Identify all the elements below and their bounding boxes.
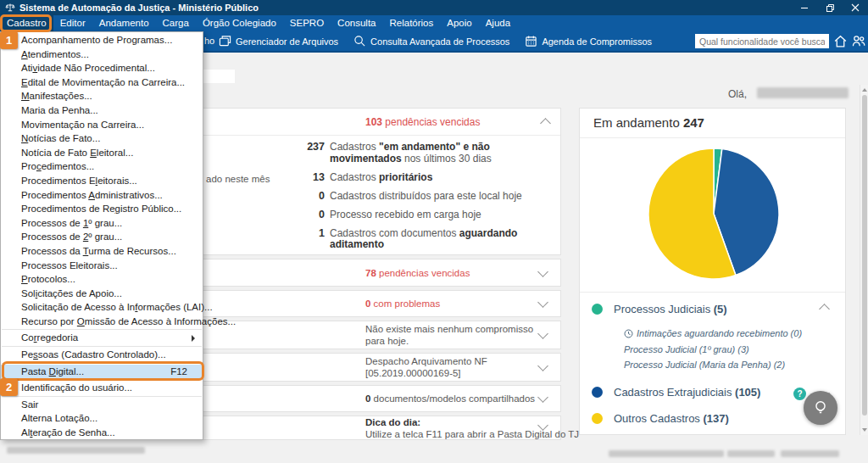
clock-icon: [624, 329, 633, 338]
menu-item-maria-da-penha[interactable]: Maria da Penha...: [1, 103, 203, 118]
partial-text-fragment: ado neste mês: [206, 174, 270, 184]
menu-item-movimentacao-na-carreira[interactable]: Movimentação na Carreira...: [1, 118, 203, 132]
menu-item-alteracao-de-senha[interactable]: Alteração de Senha...: [1, 426, 203, 440]
menu-item-recurso-por-omissao-de-acesso-a-informacoes[interactable]: Recurso por Omissão de Acesso à Informaç…: [1, 315, 203, 329]
row-text: Dica do dia: Utilize a telca F11 para ab…: [365, 416, 581, 440]
toolbar-item-partial[interactable]: ho: [204, 31, 214, 51]
legend-label: Outros Cadastros (137): [614, 412, 729, 425]
menu-item-noticia-de-fato-eleitoral[interactable]: Notícia de Fato Eleitoral...: [1, 146, 203, 160]
menu-item-procedimentos[interactable]: Procedimentos...: [1, 159, 203, 174]
menu-item-solicitacao-de-acesso-a-informacoes-lai[interactable]: Solicitação de Acesso à Informações (LAI…: [1, 300, 203, 315]
menubar-item-sepro[interactable]: SEPRO: [283, 15, 331, 31]
card-em-andamento: Em andamento 247 Processos Judiciais (5)…: [579, 108, 846, 435]
menu-item-processos-de-2-grau[interactable]: Processos de 2º grau...: [1, 230, 203, 244]
row-text: 78 pendências vencidas: [365, 267, 470, 279]
pendencias-vencidas-103: 103 pendências vencidas: [365, 116, 480, 128]
row-text: 0 com problemas: [365, 298, 440, 310]
chevron-up-icon[interactable]: [819, 304, 830, 315]
minimize-button[interactable]: [792, 0, 817, 15]
menu-bar: CadastroEditorAndamentoCargaÓrgão Colegi…: [0, 15, 868, 31]
menu-item-atendimentos[interactable]: Atendimentos...: [1, 47, 203, 62]
scrollbar[interactable]: [860, 85, 868, 435]
toolbar-button-consulta-avancada[interactable]: Consulta Avançada de Processos: [353, 35, 509, 47]
pendency-item: 0Cadastros distribuídos para este local …: [296, 191, 550, 203]
search-input[interactable]: [695, 34, 829, 48]
file-manager-icon: [219, 35, 231, 47]
menubar-item-relatorios[interactable]: Relatórios: [382, 15, 440, 31]
status-bar: [0, 441, 868, 463]
scroll-down-icon[interactable]: [862, 428, 867, 432]
pendency-count: 1: [296, 228, 325, 240]
menu-item-corregedoria[interactable]: Corregedoria: [1, 331, 203, 345]
legend-item-processos-judiciais[interactable]: Processos Judiciais (5): [592, 299, 835, 318]
toolbar-button-label: Gerenciador de Arquivos: [236, 36, 338, 47]
app-window: Sistema de Automação da Justiça - Minist…: [0, 0, 868, 463]
scroll-up-icon[interactable]: [862, 88, 867, 92]
scrollbar-thumb[interactable]: [862, 95, 867, 416]
legend-item-outros-cadastros[interactable]: Outros Cadastros (137): [592, 410, 835, 428]
menu-item-identificacao-do-usuario[interactable]: Identificação do usuário...: [1, 381, 203, 395]
menu-item-procedimentos-administrativos[interactable]: Procedimentos Administrativos...: [1, 188, 203, 203]
title-bar: Sistema de Automação da Justiça - Minist…: [0, 0, 868, 15]
lightbulb-fab[interactable]: [804, 391, 837, 425]
pendency-item: 13Cadastros prioritários: [296, 172, 550, 184]
pendency-item: 237Cadastros "em andamento" e não movime…: [296, 142, 550, 165]
menu-item-noticias-de-fato[interactable]: Notícias de Fato...: [1, 131, 203, 146]
legend-dot: [592, 413, 603, 424]
restore-button[interactable]: [817, 0, 843, 15]
legend-dot: [592, 387, 603, 398]
partial-control[interactable]: [203, 70, 235, 83]
help-icon[interactable]: ?: [793, 388, 806, 400]
pendency-count: 0: [296, 191, 325, 203]
home-icon[interactable]: [833, 34, 848, 48]
window-title: Sistema de Automação da Justiça - Minist…: [19, 3, 259, 13]
users-icon[interactable]: [851, 34, 866, 48]
window-controls: [792, 0, 868, 15]
pendency-list: 237Cadastros "em andamento" e não movime…: [296, 142, 550, 258]
legend-subitem: Intimações aguardando recebimento (0): [624, 326, 835, 342]
redacted-text: [7, 447, 145, 454]
menu-item-sair[interactable]: Sair: [1, 398, 203, 412]
advanced-search-icon: [353, 35, 366, 47]
chevron-down-icon[interactable]: [537, 266, 548, 277]
menu-item-processos-eleitorais[interactable]: Processos Eleitorais...: [1, 259, 203, 273]
menu-item-processos-da-turma-de-recursos[interactable]: Processos da Turma de Recursos...: [1, 244, 203, 259]
menubar-item-orgao-colegiado[interactable]: Órgão Colegiado: [196, 15, 283, 31]
legend-label: Processos Judiciais (5): [614, 303, 727, 315]
menu-item-atividade-nao-procedimental[interactable]: Atividade Não Procedimental...: [1, 61, 203, 75]
menu-item-solicitacoes-de-apoio[interactable]: Solicitações de Apoio...: [1, 287, 203, 301]
annotation-step-2: 2: [0, 378, 18, 396]
menu-item-edital-de-movimentacao-na-carreira[interactable]: Edital de Movimentação na Carreira...: [1, 75, 203, 90]
toolbar-button-label: Agenda de Compromissos: [542, 36, 652, 47]
menubar-item-editor[interactable]: Editor: [53, 15, 92, 31]
menu-item-procedimentos-de-registro-publico[interactable]: Procedimentos de Registro Público...: [1, 202, 203, 216]
menu-separator: [2, 329, 202, 330]
menu-item-pessoas-cadastro-controlado[interactable]: Pessoas (Cadastro Controlado)...: [1, 348, 203, 362]
calendar-icon: [525, 35, 537, 47]
menu-item-manifestacoes[interactable]: Manifestações...: [1, 89, 203, 103]
close-button[interactable]: [843, 0, 868, 15]
menubar-item-andamento[interactable]: Andamento: [92, 15, 156, 31]
pendency-label: Cadastros com documentos aguardando adit…: [330, 228, 543, 251]
lightbulb-icon: [811, 399, 830, 417]
row-text: Não existe mais nenhum compromisso para …: [365, 323, 545, 347]
pendency-label: Cadastros prioritários: [330, 172, 543, 184]
menu-item-alterna-lotacao[interactable]: Alterna Lotação...: [1, 411, 203, 426]
toolbar-button-gerenciador-de-arquivos[interactable]: Gerenciador de Arquivos: [219, 35, 338, 47]
justice-app-icon: [5, 3, 15, 13]
menubar-item-apoio[interactable]: Apoio: [440, 15, 478, 31]
legend-subitem: Processo Judicial (1º grau) (3): [624, 342, 835, 358]
em-andamento-header: Em andamento 247: [580, 109, 845, 138]
chevron-down-icon[interactable]: [537, 297, 548, 308]
menu-item-protocolos[interactable]: Protocolos...: [1, 272, 203, 287]
menu-item-acompanhamento-de-programas[interactable]: Acompanhamento de Programas...: [1, 33, 203, 47]
toolbar-button-agenda[interactable]: Agenda de Compromissos: [525, 35, 652, 47]
menu-item-processos-de-1-grau[interactable]: Processos de 1º grau...: [1, 216, 203, 231]
menubar-item-consulta[interactable]: Consulta: [331, 15, 382, 31]
menubar-item-carga[interactable]: Carga: [156, 15, 196, 31]
menubar-item-ajuda[interactable]: Ajuda: [479, 15, 517, 31]
chevron-down-icon[interactable]: [537, 392, 548, 403]
menu-item-procedimentos-eleitorais[interactable]: Procedimentos Eleitorais...: [1, 174, 203, 188]
chevron-up-icon[interactable]: [540, 118, 551, 129]
legend-dot: [592, 304, 603, 315]
